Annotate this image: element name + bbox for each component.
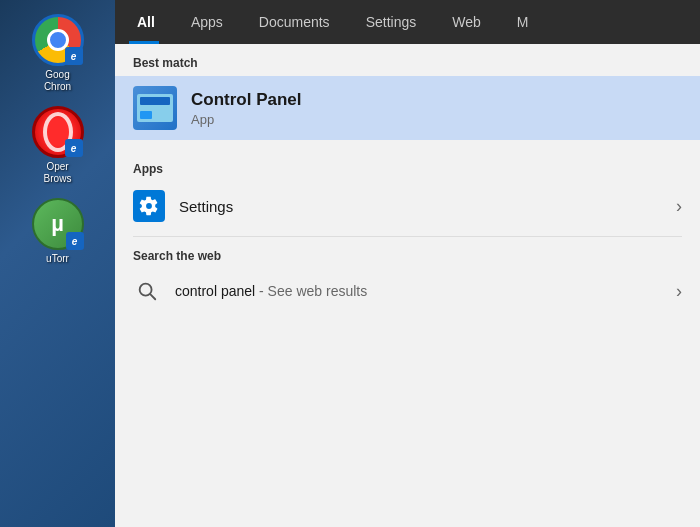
search-tabs-bar: All Apps Documents Settings Web M	[115, 0, 700, 44]
best-match-section-label: Best match	[115, 44, 700, 76]
chrome-desktop-icon[interactable]: GoogChron	[13, 10, 103, 97]
best-match-item[interactable]: Control Panel App	[115, 76, 700, 140]
svg-line-1	[150, 294, 155, 299]
chrome-icon	[32, 14, 84, 66]
control-panel-icon	[133, 86, 177, 130]
web-search-query: control panel	[175, 283, 255, 299]
settings-label: Settings	[179, 198, 676, 215]
best-match-subtitle: App	[191, 112, 302, 127]
web-search-item[interactable]: control panel - See web results ›	[115, 269, 700, 313]
tab-web[interactable]: Web	[434, 0, 499, 44]
web-section-label: Search the web	[115, 237, 700, 269]
web-search-chevron-icon: ›	[676, 281, 682, 302]
opera-icon-label: OperBrows	[44, 161, 72, 185]
opera-icon	[32, 106, 84, 158]
settings-icon	[133, 190, 165, 222]
desktop-icon-area: GoogChron OperBrows µ uTorr	[0, 0, 115, 527]
best-match-title: Control Panel	[191, 89, 302, 111]
utorrent-icon: µ	[32, 198, 84, 250]
tab-settings[interactable]: Settings	[348, 0, 435, 44]
best-match-text-block: Control Panel App	[191, 89, 302, 127]
web-search-text: control panel - See web results	[175, 283, 676, 299]
tab-documents[interactable]: Documents	[241, 0, 348, 44]
tab-apps[interactable]: Apps	[173, 0, 241, 44]
utorrent-icon-label: uTorr	[46, 253, 69, 265]
apps-section: Apps Settings ›	[115, 140, 700, 236]
search-results-panel: All Apps Documents Settings Web M Best m…	[115, 0, 700, 527]
opera-desktop-icon[interactable]: OperBrows	[13, 102, 103, 189]
control-panel-icon-inner	[137, 94, 173, 122]
tab-all[interactable]: All	[115, 0, 173, 44]
search-content: Best match Control Panel App Apps Settin…	[115, 44, 700, 527]
web-search-section: Search the web control panel - See web r…	[115, 237, 700, 313]
utorrent-desktop-icon[interactable]: µ uTorr	[13, 194, 103, 269]
settings-chevron-icon: ›	[676, 196, 682, 217]
apps-section-label: Apps	[115, 150, 700, 182]
tab-more[interactable]: M	[499, 0, 547, 44]
search-icon	[133, 277, 161, 305]
web-search-suffix: - See web results	[255, 283, 367, 299]
chrome-icon-label: GoogChron	[44, 69, 71, 93]
settings-app-item[interactable]: Settings ›	[115, 182, 700, 230]
